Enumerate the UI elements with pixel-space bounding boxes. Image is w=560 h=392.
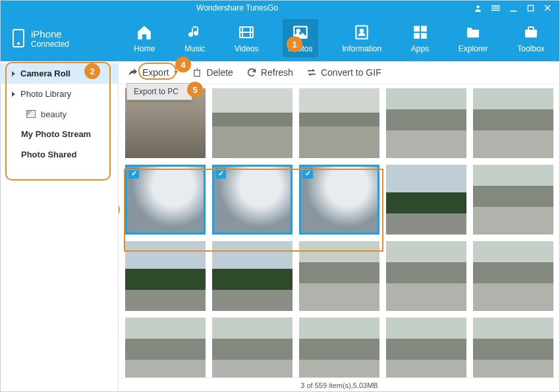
delete-icon bbox=[192, 67, 202, 78]
sidebar-item-photo-shared[interactable]: Photo Shared bbox=[0, 144, 118, 165]
svg-rect-1 bbox=[491, 5, 500, 7]
convert-icon bbox=[306, 67, 317, 78]
sidebar-item-photo-library[interactable]: Photo Library bbox=[0, 84, 118, 104]
delete-button[interactable]: Delete bbox=[192, 67, 233, 78]
nav-videos[interactable]: Videos bbox=[229, 19, 264, 57]
photo-thumb-selected[interactable] bbox=[299, 165, 379, 235]
export-to-pc-item[interactable]: Export to PC bbox=[127, 84, 192, 99]
step-badge-2: 2 bbox=[84, 63, 100, 79]
export-dropdown: Export to PC bbox=[126, 83, 192, 100]
svg-rect-5 bbox=[528, 5, 533, 11]
svg-point-15 bbox=[360, 30, 363, 32]
music-icon bbox=[187, 23, 203, 42]
photo-thumb[interactable] bbox=[212, 318, 293, 378]
step-badge-4: 4 bbox=[175, 57, 191, 72]
contacts-icon bbox=[353, 23, 370, 42]
photo-thumb[interactable] bbox=[473, 318, 553, 378]
photo-thumb[interactable] bbox=[125, 318, 206, 378]
minimize-icon[interactable] bbox=[509, 4, 518, 13]
sidebar-item-camera-roll[interactable]: Camera Roll bbox=[0, 63, 118, 84]
close-icon[interactable] bbox=[544, 4, 551, 13]
export-button[interactable]: Export ▼ bbox=[128, 67, 179, 78]
album-icon bbox=[26, 110, 36, 118]
home-icon bbox=[135, 23, 154, 42]
svg-rect-16 bbox=[414, 26, 420, 32]
user-icon[interactable] bbox=[474, 4, 482, 13]
nav-apps[interactable]: Apps bbox=[406, 19, 434, 57]
toolbox-icon bbox=[522, 23, 540, 42]
device-panel[interactable]: iPhone Connected bbox=[1, 15, 119, 61]
svg-point-0 bbox=[476, 5, 479, 8]
nav-information[interactable]: Information bbox=[337, 19, 387, 57]
caret-icon bbox=[12, 92, 15, 97]
svg-rect-17 bbox=[421, 26, 427, 32]
toolbar: Export ▼ Delete Refresh Convert to GIF 4… bbox=[119, 61, 560, 84]
photo-thumb[interactable] bbox=[299, 88, 379, 158]
window-controls bbox=[474, 4, 559, 13]
nav-toolbox[interactable]: Toolbox bbox=[512, 19, 549, 57]
titlebar: Wondershare TunesGo bbox=[1, 1, 559, 15]
sidebar-sub-beauty[interactable]: beauty bbox=[0, 104, 118, 124]
svg-rect-3 bbox=[491, 9, 500, 11]
photo-thumb[interactable] bbox=[299, 241, 379, 311]
nav-photos[interactable]: Photos 1 bbox=[283, 19, 318, 57]
main-panel: Export ▼ Delete Refresh Convert to GIF 4… bbox=[119, 61, 560, 392]
step-badge-1: 1 bbox=[287, 36, 302, 52]
checkbox-icon bbox=[215, 168, 226, 179]
menu-icon[interactable] bbox=[491, 4, 500, 13]
svg-point-13 bbox=[296, 30, 299, 32]
photo-thumb[interactable] bbox=[386, 241, 466, 311]
caret-icon bbox=[12, 71, 15, 76]
refresh-icon bbox=[246, 67, 257, 78]
nav-home[interactable]: Home bbox=[128, 19, 160, 57]
photo-thumb-selected[interactable] bbox=[212, 165, 293, 235]
photo-thumb[interactable] bbox=[386, 165, 466, 235]
app-title: Wondershare TunesGo bbox=[1, 3, 474, 13]
photo-thumb[interactable] bbox=[212, 241, 293, 311]
checkbox-icon bbox=[302, 168, 313, 179]
photo-thumb[interactable] bbox=[212, 88, 293, 158]
folder-icon bbox=[463, 23, 483, 42]
phone-icon bbox=[13, 29, 24, 47]
photo-thumb[interactable] bbox=[386, 318, 466, 378]
svg-rect-19 bbox=[421, 33, 427, 39]
svg-rect-18 bbox=[414, 33, 420, 39]
header: iPhone Connected Home Music Videos Photo… bbox=[1, 15, 559, 61]
nav-explorer[interactable]: Explorer bbox=[453, 19, 493, 57]
photo-grid bbox=[125, 88, 553, 378]
sidebar: Camera Roll Photo Library beauty My Phot… bbox=[0, 61, 119, 392]
video-icon bbox=[237, 23, 256, 42]
step-badge-5: 5 bbox=[187, 82, 203, 98]
photo-thumb[interactable] bbox=[473, 165, 553, 235]
nav-music[interactable]: Music bbox=[179, 19, 210, 57]
apps-icon bbox=[412, 23, 429, 42]
convert-gif-button[interactable]: Convert to GIF bbox=[306, 67, 381, 78]
maximize-icon[interactable] bbox=[527, 4, 534, 13]
photo-thumb[interactable] bbox=[473, 88, 553, 158]
svg-rect-2 bbox=[491, 7, 500, 9]
main-nav: Home Music Videos Photos 1 Information A… bbox=[119, 15, 559, 61]
photo-thumb[interactable] bbox=[125, 241, 206, 311]
photo-thumb[interactable] bbox=[299, 318, 379, 378]
svg-rect-20 bbox=[194, 70, 200, 76]
photo-thumb[interactable] bbox=[473, 241, 553, 311]
step-badge-3: 3 bbox=[119, 202, 120, 217]
checkbox-icon bbox=[128, 168, 139, 179]
photo-grid-wrap: 3 bbox=[119, 84, 560, 378]
sidebar-item-photo-stream[interactable]: My Photo Stream bbox=[0, 124, 118, 144]
device-status: Connected bbox=[31, 40, 69, 49]
export-icon bbox=[128, 67, 138, 78]
status-text: 3 of 559 item(s),5.03MB bbox=[300, 381, 378, 389]
status-bar: 3 of 559 item(s),5.03MB bbox=[119, 378, 560, 392]
device-name: iPhone bbox=[31, 28, 69, 40]
photo-thumb-selected[interactable] bbox=[125, 165, 206, 235]
photo-thumb[interactable] bbox=[386, 88, 466, 158]
refresh-button[interactable]: Refresh bbox=[246, 67, 293, 78]
